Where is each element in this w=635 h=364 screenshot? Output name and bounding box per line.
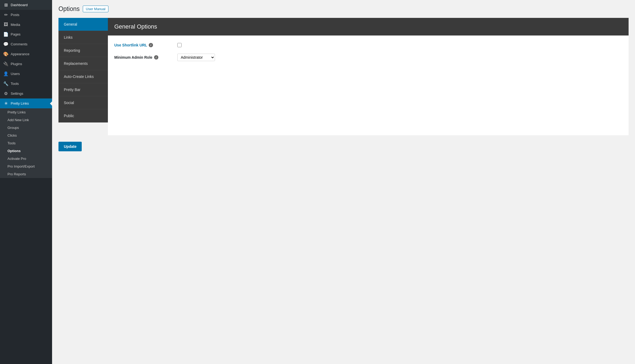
sidebar-item-pages[interactable]: 📄 Pages	[0, 29, 52, 39]
tab-links[interactable]: Links	[58, 31, 108, 44]
sidebar-item-pretty-links[interactable]: ✳ Pretty Links	[0, 98, 52, 108]
sidebar-item-label: Comments	[11, 42, 28, 46]
submenu-groups[interactable]: Groups	[0, 124, 52, 132]
posts-icon: ✏	[3, 12, 9, 17]
sidebar-item-label: Tools	[11, 82, 19, 86]
submenu-activate-pro[interactable]: Activate Pro	[0, 155, 52, 163]
tab-auto-create-links[interactable]: Auto-Create Links	[58, 70, 108, 83]
sidebar-item-label: Settings	[11, 92, 23, 96]
sidebar-item-label: Appearance	[11, 52, 29, 56]
submenu-pro-reports[interactable]: Pro Reports	[0, 170, 52, 178]
sidebar-item-appearance[interactable]: 🎨 Appearance	[0, 49, 52, 59]
page-title: Options	[58, 5, 80, 13]
pages-icon: 📄	[3, 32, 9, 37]
sidebar-item-dashboard[interactable]: ⊞ Dashboard	[0, 0, 52, 10]
sidebar-item-label: Plugins	[11, 62, 22, 66]
sidebar-item-label: Users	[11, 72, 20, 76]
use-shortlink-url-link[interactable]: Use Shortlink URL	[114, 43, 147, 47]
main-content: Options User Manual General Links Report…	[52, 0, 635, 364]
sidebar-item-label: Dashboard	[11, 3, 28, 7]
user-manual-button[interactable]: User Manual	[83, 6, 108, 12]
sidebar-item-comments[interactable]: 💬 Comments	[0, 39, 52, 49]
use-shortlink-url-label: Use Shortlink URL i	[114, 43, 173, 47]
admin-role-info-icon[interactable]: i	[154, 55, 158, 60]
tools-icon: 🔧	[3, 81, 9, 86]
sidebar-item-users[interactable]: 👤 Users	[0, 69, 52, 79]
users-icon: 👤	[3, 71, 9, 76]
options-layout: General Links Reporting Replacements Aut…	[58, 18, 629, 135]
content-panel-body: Use Shortlink URL i Minimum Admin Role i…	[108, 35, 629, 75]
use-shortlink-url-checkbox[interactable]	[177, 43, 182, 47]
sidebar-item-settings[interactable]: ⚙ Settings	[0, 89, 52, 98]
submenu-add-new-link[interactable]: Add New Link	[0, 116, 52, 124]
appearance-icon: 🎨	[3, 52, 9, 57]
tab-social[interactable]: Social	[58, 96, 108, 109]
tab-reporting[interactable]: Reporting	[58, 44, 108, 57]
minimum-admin-role-text: Minimum Admin Role	[114, 55, 152, 60]
submenu-pro-import-export[interactable]: Pro Import/Export	[0, 163, 52, 170]
minimum-admin-role-row: Minimum Admin Role i Administrator Edito…	[114, 54, 622, 61]
plugins-icon: 🔌	[3, 61, 9, 66]
sidebar-item-tools[interactable]: 🔧 Tools	[0, 79, 52, 89]
media-icon: 🖼	[3, 22, 9, 27]
sidebar: ⊞ Dashboard ✏ Posts 🖼 Media 📄 Pages 💬 Co…	[0, 0, 52, 364]
update-button[interactable]: Update	[58, 142, 82, 151]
content-panel-header: General Options	[108, 18, 629, 35]
minimum-admin-role-select[interactable]: Administrator Editor Author Contributor …	[177, 54, 215, 61]
submenu-tools[interactable]: Tools	[0, 139, 52, 147]
sidebar-item-label: Pretty Links	[11, 101, 29, 105]
active-indicator	[50, 101, 52, 106]
pretty-links-submenu: Pretty Links Add New Link Groups Clicks …	[0, 108, 52, 178]
sidebar-item-label: Media	[11, 23, 20, 27]
sidebar-item-plugins[interactable]: 🔌 Plugins	[0, 59, 52, 69]
tab-pretty-bar[interactable]: Pretty Bar	[58, 83, 108, 96]
submenu-clicks[interactable]: Clicks	[0, 132, 52, 139]
sidebar-item-label: Pages	[11, 32, 21, 36]
settings-icon: ⚙	[3, 91, 9, 96]
tab-public[interactable]: Public	[58, 109, 108, 122]
page-title-row: Options User Manual	[58, 5, 629, 13]
tab-general[interactable]: General	[58, 18, 108, 31]
shortlink-info-icon[interactable]: i	[149, 43, 153, 47]
submenu-pretty-links[interactable]: Pretty Links	[0, 108, 52, 116]
pretty-links-icon: ✳	[3, 101, 9, 106]
use-shortlink-url-row: Use Shortlink URL i	[114, 43, 622, 47]
tab-replacements[interactable]: Replacements	[58, 57, 108, 70]
content-panel: General Options Use Shortlink URL i Mini…	[108, 18, 629, 135]
comments-icon: 💬	[3, 42, 9, 47]
submenu-options[interactable]: Options	[0, 147, 52, 155]
dashboard-icon: ⊞	[3, 2, 9, 7]
sidebar-item-media[interactable]: 🖼 Media	[0, 20, 52, 29]
sidebar-item-posts[interactable]: ✏ Posts	[0, 10, 52, 20]
minimum-admin-role-label: Minimum Admin Role i	[114, 55, 173, 60]
tab-nav: General Links Reporting Replacements Aut…	[58, 18, 108, 122]
sidebar-item-label: Posts	[11, 13, 19, 17]
